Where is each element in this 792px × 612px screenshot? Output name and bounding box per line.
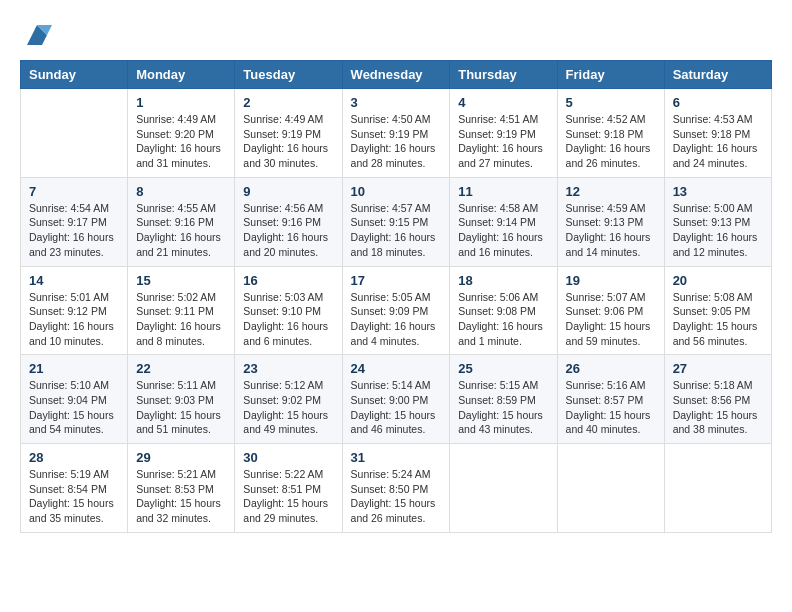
- day-number: 2: [243, 95, 333, 110]
- day-info: Sunset: 9:15 PM: [351, 215, 442, 230]
- day-info: Daylight: 15 hours: [351, 496, 442, 511]
- day-info: Daylight: 16 hours: [136, 230, 226, 245]
- day-info: and 29 minutes.: [243, 511, 333, 526]
- day-info: Sunset: 9:13 PM: [673, 215, 763, 230]
- day-info: Sunrise: 5:07 AM: [566, 290, 656, 305]
- calendar-cell: 21Sunrise: 5:10 AMSunset: 9:04 PMDayligh…: [21, 355, 128, 444]
- day-info: Daylight: 16 hours: [29, 319, 119, 334]
- calendar-cell: 24Sunrise: 5:14 AMSunset: 9:00 PMDayligh…: [342, 355, 450, 444]
- day-number: 14: [29, 273, 119, 288]
- calendar-cell: 22Sunrise: 5:11 AMSunset: 9:03 PMDayligh…: [128, 355, 235, 444]
- day-number: 22: [136, 361, 226, 376]
- day-info: Daylight: 16 hours: [351, 319, 442, 334]
- day-info: and 20 minutes.: [243, 245, 333, 260]
- day-number: 28: [29, 450, 119, 465]
- day-info: Daylight: 16 hours: [29, 230, 119, 245]
- day-info: Daylight: 15 hours: [29, 408, 119, 423]
- day-info: and 26 minutes.: [566, 156, 656, 171]
- day-info: Sunset: 9:10 PM: [243, 304, 333, 319]
- day-info: and 54 minutes.: [29, 422, 119, 437]
- day-info: Sunrise: 5:05 AM: [351, 290, 442, 305]
- day-info: Sunset: 9:19 PM: [458, 127, 548, 142]
- day-info: Sunset: 9:04 PM: [29, 393, 119, 408]
- calendar-day-header: Wednesday: [342, 61, 450, 89]
- day-info: Sunrise: 4:53 AM: [673, 112, 763, 127]
- day-number: 18: [458, 273, 548, 288]
- calendar-week-row: 14Sunrise: 5:01 AMSunset: 9:12 PMDayligh…: [21, 266, 772, 355]
- day-info: Sunset: 9:06 PM: [566, 304, 656, 319]
- day-info: Daylight: 15 hours: [136, 496, 226, 511]
- calendar-cell: 14Sunrise: 5:01 AMSunset: 9:12 PMDayligh…: [21, 266, 128, 355]
- day-info: Daylight: 16 hours: [673, 230, 763, 245]
- day-info: Daylight: 16 hours: [458, 230, 548, 245]
- calendar-cell: 26Sunrise: 5:16 AMSunset: 8:57 PMDayligh…: [557, 355, 664, 444]
- day-info: and 26 minutes.: [351, 511, 442, 526]
- calendar-week-row: 21Sunrise: 5:10 AMSunset: 9:04 PMDayligh…: [21, 355, 772, 444]
- calendar-cell: 5Sunrise: 4:52 AMSunset: 9:18 PMDaylight…: [557, 89, 664, 178]
- day-info: and 1 minute.: [458, 334, 548, 349]
- day-number: 23: [243, 361, 333, 376]
- calendar-day-header: Monday: [128, 61, 235, 89]
- calendar-cell: 1Sunrise: 4:49 AMSunset: 9:20 PMDaylight…: [128, 89, 235, 178]
- day-info: and 31 minutes.: [136, 156, 226, 171]
- day-info: Daylight: 15 hours: [351, 408, 442, 423]
- day-info: Sunrise: 5:22 AM: [243, 467, 333, 482]
- day-info: Sunrise: 4:56 AM: [243, 201, 333, 216]
- calendar-cell: [21, 89, 128, 178]
- day-info: Sunset: 9:14 PM: [458, 215, 548, 230]
- day-info: Sunset: 8:50 PM: [351, 482, 442, 497]
- day-info: and 49 minutes.: [243, 422, 333, 437]
- day-number: 4: [458, 95, 548, 110]
- day-number: 25: [458, 361, 548, 376]
- calendar-cell: 16Sunrise: 5:03 AMSunset: 9:10 PMDayligh…: [235, 266, 342, 355]
- day-info: Sunrise: 5:08 AM: [673, 290, 763, 305]
- calendar-cell: 10Sunrise: 4:57 AMSunset: 9:15 PMDayligh…: [342, 177, 450, 266]
- calendar-day-header: Tuesday: [235, 61, 342, 89]
- day-info: Sunset: 8:59 PM: [458, 393, 548, 408]
- day-info: Daylight: 16 hours: [136, 141, 226, 156]
- day-info: Daylight: 15 hours: [566, 319, 656, 334]
- day-info: and 27 minutes.: [458, 156, 548, 171]
- day-info: Sunrise: 5:15 AM: [458, 378, 548, 393]
- calendar-week-row: 7Sunrise: 4:54 AMSunset: 9:17 PMDaylight…: [21, 177, 772, 266]
- calendar-cell: 6Sunrise: 4:53 AMSunset: 9:18 PMDaylight…: [664, 89, 771, 178]
- calendar-cell: 17Sunrise: 5:05 AMSunset: 9:09 PMDayligh…: [342, 266, 450, 355]
- day-info: Daylight: 15 hours: [673, 408, 763, 423]
- day-info: Daylight: 15 hours: [458, 408, 548, 423]
- calendar-cell: 4Sunrise: 4:51 AMSunset: 9:19 PMDaylight…: [450, 89, 557, 178]
- day-info: Sunrise: 5:10 AM: [29, 378, 119, 393]
- calendar-cell: 28Sunrise: 5:19 AMSunset: 8:54 PMDayligh…: [21, 444, 128, 533]
- calendar-cell: 30Sunrise: 5:22 AMSunset: 8:51 PMDayligh…: [235, 444, 342, 533]
- day-info: and 35 minutes.: [29, 511, 119, 526]
- day-info: Sunset: 9:16 PM: [136, 215, 226, 230]
- day-info: Sunset: 9:16 PM: [243, 215, 333, 230]
- day-info: and 32 minutes.: [136, 511, 226, 526]
- calendar-cell: 11Sunrise: 4:58 AMSunset: 9:14 PMDayligh…: [450, 177, 557, 266]
- day-info: Sunset: 9:18 PM: [673, 127, 763, 142]
- day-info: Daylight: 15 hours: [29, 496, 119, 511]
- day-number: 24: [351, 361, 442, 376]
- day-info: and 21 minutes.: [136, 245, 226, 260]
- day-info: and 56 minutes.: [673, 334, 763, 349]
- day-info: Daylight: 16 hours: [243, 319, 333, 334]
- day-info: and 6 minutes.: [243, 334, 333, 349]
- logo: [20, 20, 52, 50]
- day-info: Sunset: 9:13 PM: [566, 215, 656, 230]
- day-info: Daylight: 16 hours: [136, 319, 226, 334]
- day-info: Daylight: 15 hours: [243, 408, 333, 423]
- day-info: Sunset: 9:09 PM: [351, 304, 442, 319]
- day-info: Sunrise: 5:16 AM: [566, 378, 656, 393]
- day-info: Daylight: 15 hours: [566, 408, 656, 423]
- day-info: Sunrise: 5:21 AM: [136, 467, 226, 482]
- day-info: Sunset: 9:03 PM: [136, 393, 226, 408]
- calendar-day-header: Friday: [557, 61, 664, 89]
- day-number: 31: [351, 450, 442, 465]
- day-info: Daylight: 15 hours: [673, 319, 763, 334]
- calendar-day-header: Saturday: [664, 61, 771, 89]
- calendar-cell: [450, 444, 557, 533]
- day-info: Sunrise: 5:01 AM: [29, 290, 119, 305]
- day-info: Sunset: 9:20 PM: [136, 127, 226, 142]
- day-info: Sunrise: 4:58 AM: [458, 201, 548, 216]
- day-info: Sunset: 8:51 PM: [243, 482, 333, 497]
- day-info: Sunset: 9:19 PM: [243, 127, 333, 142]
